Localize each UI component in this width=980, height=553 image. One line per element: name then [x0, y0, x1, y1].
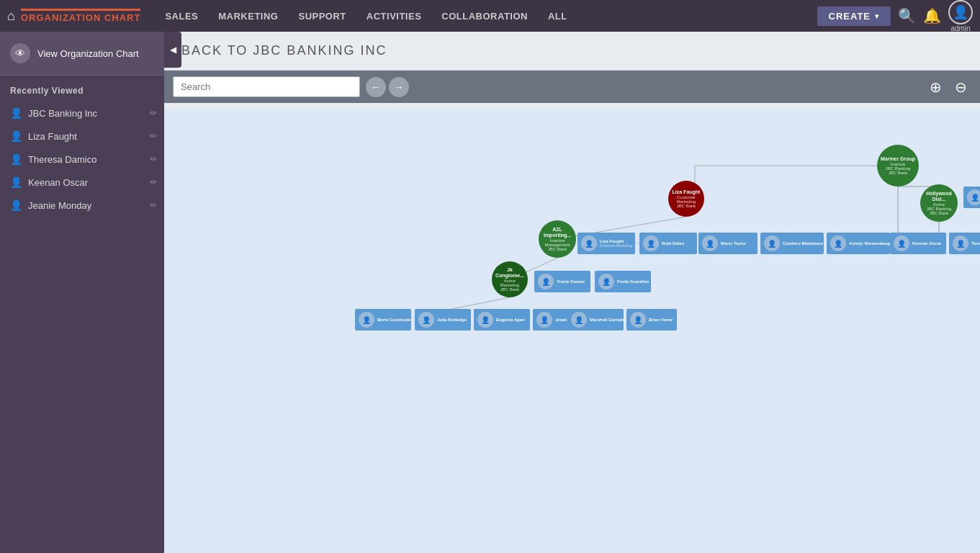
org-node-liza-faught-node[interactable]: Liza Faught CustomerMarketingJBC Bank [668, 181, 704, 217]
node-sub: ActiveJBC BankingJBC Bank [927, 202, 952, 215]
card-avatar: 👤 [953, 235, 968, 251]
org-card-eugenia-agan[interactable]: 👤 Eugenia Agan [474, 309, 530, 331]
sidebar-item-label: Liza Faught [28, 131, 77, 142]
sidebar-item-label: Keenan Oscar [28, 177, 88, 188]
card-text: Brian Vaner [649, 318, 673, 322]
org-node-azl-importing[interactable]: AZL Importing... InactiveManagementJBC B… [539, 220, 576, 258]
connector-lines [164, 109, 980, 553]
node-sub: InactiveJBC BankingJBC Bank [886, 162, 911, 175]
org-node-mariner-group[interactable]: Mariner Group InactiveJBC BankingJBC Ban… [877, 145, 919, 186]
card-name: Eugenia Agan [496, 318, 525, 322]
nav-forward-button[interactable]: → [389, 77, 409, 97]
view-org-button[interactable]: 👁 View Organization Chart [0, 32, 164, 76]
top-nav: ⌂ ORGANIZATION CHART SALESMARKETINGSUPPO… [0, 0, 980, 32]
org-card-brian-vaner[interactable]: 👤 Brian Vaner [626, 309, 677, 331]
card-name: Candace Blackburn [783, 241, 823, 246]
card-text: Tessa Toro [971, 241, 980, 246]
org-card-tessa-toro[interactable]: 👤 Tessa Toro [949, 233, 980, 254]
org-card-berta-cavalcade[interactable]: 👤 Berta Cavalcade [355, 309, 411, 331]
sidebar-item-keenan-oscar[interactable]: 👤 Keenan Oscar ✏ [0, 171, 164, 194]
org-card-ashely-shrewsbaugh[interactable]: 👤 Ashely Shrewsbaugh [827, 233, 890, 254]
sidebar-item-theresa-damico[interactable]: 👤 Theresa Damico ✏ [0, 148, 164, 171]
card-text: Berta Cavalcade [377, 318, 411, 322]
org-node-jk-conglomerate[interactable]: Jk Conglome... ActiveMarketingJBC Bank [492, 261, 528, 297]
node-title: Liza Faught [673, 189, 701, 195]
search-toolbar: ← → ⊕ ⊖ [164, 71, 980, 103]
sidebar-item-label: JBC Banking Inc [28, 108, 97, 119]
card-name: Mario Taylor [721, 241, 746, 246]
card-text: Freda Guenther [617, 279, 649, 284]
create-button[interactable]: CREATE ▾ [817, 6, 891, 26]
edit-icon[interactable]: ✏ [150, 177, 157, 187]
zoom-controls: ⊕ ⊖ [925, 77, 971, 97]
card-avatar: 👤 [967, 189, 980, 205]
edit-icon[interactable]: ✏ [150, 200, 157, 210]
card-avatar: 👤 [894, 235, 909, 251]
nav-right: CREATE ▾ 🔍 🔔 👤 admin [817, 0, 973, 32]
admin-avatar: 👤 [948, 0, 973, 24]
card-name: Rubi Daleo [662, 241, 684, 246]
home-icon[interactable]: ⌂ [7, 9, 15, 24]
sidebar-item-jeanie-monday[interactable]: 👤 Jeanie Monday ✏ [0, 194, 164, 217]
recently-viewed-title: Recently Viewed [0, 76, 164, 102]
back-header[interactable]: BACK TO JBC BANKING INC [164, 32, 980, 71]
nav-item-sales[interactable]: SALES [162, 11, 201, 22]
card-text: Keenan Oscar [912, 241, 941, 246]
nav-item-activities[interactable]: ACTIVITIES [364, 11, 425, 22]
search-input[interactable] [173, 76, 360, 97]
nav-item-support[interactable]: SUPPORT [295, 11, 349, 22]
nav-back-button[interactable]: ← [366, 77, 386, 97]
org-card-freda-guenther[interactable]: 👤 Freda Guenther [595, 271, 651, 292]
edit-icon[interactable]: ✏ [150, 108, 157, 118]
person-icon: 👤 [10, 107, 22, 119]
card-avatar: 👤 [830, 235, 846, 251]
sidebar: 👁 View Organization Chart Recently Viewe… [0, 32, 164, 553]
card-avatar: 👤 [764, 235, 780, 251]
org-card-rubi-daleo[interactable]: 👤 Rubi Daleo [639, 233, 697, 254]
org-card-keenan-oscar-card[interactable]: 👤 Keenan Oscar [890, 233, 946, 254]
card-name: Tracie Gomez [557, 279, 585, 284]
person-icon: 👤 [10, 130, 22, 142]
org-card-tracie-gomez[interactable]: 👤 Tracie Gomez [534, 271, 590, 292]
nav-item-marketing[interactable]: MARKETING [215, 11, 281, 22]
org-card-julia-rutledge[interactable]: 👤 Julia Rutledge [415, 309, 471, 331]
card-text: Ashely Shrewsbaugh [849, 241, 893, 246]
nav-item-collaboration[interactable]: COLLABORATION [439, 11, 531, 22]
sidebar-item-liza-faught[interactable]: 👤 Liza Faught ✏ [0, 125, 164, 148]
collapse-arrow-icon: ◀ [170, 45, 176, 55]
sidebar-item-label: Theresa Damico [28, 154, 96, 165]
card-text: Julia Rutledge [437, 318, 467, 322]
card-name: Ashely Shrewsbaugh [849, 241, 893, 246]
edit-icon[interactable]: ✏ [150, 131, 157, 141]
person-icon: 👤 [10, 199, 22, 211]
card-avatar: 👤 [359, 312, 374, 328]
card-name: Keenan Oscar [912, 241, 941, 246]
card-text: Marshall Garrado [590, 318, 625, 322]
zoom-out-button[interactable]: ⊖ [950, 77, 971, 97]
nav-item-all[interactable]: ALL [545, 11, 570, 22]
zoom-in-button[interactable]: ⊕ [925, 77, 946, 97]
create-label: CREATE [829, 11, 871, 22]
person-icon: 👤 [10, 176, 22, 188]
org-card-linday-mayo[interactable]: 👤 Linday Mayo [963, 186, 980, 208]
node-sub: ActiveMarketingJBC Bank [500, 279, 520, 292]
sidebar-item-label: Jeanie Monday [28, 200, 91, 211]
card-avatar: 👤 [643, 235, 659, 251]
org-card-liza-faught-card[interactable]: 👤 Liza Faught Customer Marketing [577, 233, 635, 254]
org-card-marshall-garrado[interactable]: 👤 Marshall Garrado [567, 309, 624, 331]
admin-area[interactable]: 👤 admin [948, 0, 973, 32]
node-title: Hollywood Dist... [923, 191, 955, 203]
collapse-sidebar-button[interactable]: ◀ [164, 32, 181, 68]
org-card-candace-blackburn[interactable]: 👤 Candace Blackburn [760, 233, 824, 254]
org-card-mario-taylor[interactable]: 👤 Mario Taylor [698, 233, 758, 254]
admin-label: admin [950, 24, 970, 32]
edit-icon[interactable]: ✏ [150, 154, 157, 164]
notifications-icon[interactable]: 🔔 [923, 7, 941, 24]
org-chart-canvas: Mariner Group InactiveJBC BankingJBC Ban… [164, 109, 980, 553]
card-avatar: 👤 [630, 312, 646, 328]
sidebar-item-jbc-banking[interactable]: 👤 JBC Banking Inc ✏ [0, 102, 164, 125]
nav-arrows: ← → [366, 77, 409, 97]
search-icon[interactable]: 🔍 [898, 7, 916, 24]
person-icon: 👤 [10, 153, 22, 165]
org-node-hollywood-dist[interactable]: Hollywood Dist... ActiveJBC BankingJBC B… [920, 184, 958, 222]
